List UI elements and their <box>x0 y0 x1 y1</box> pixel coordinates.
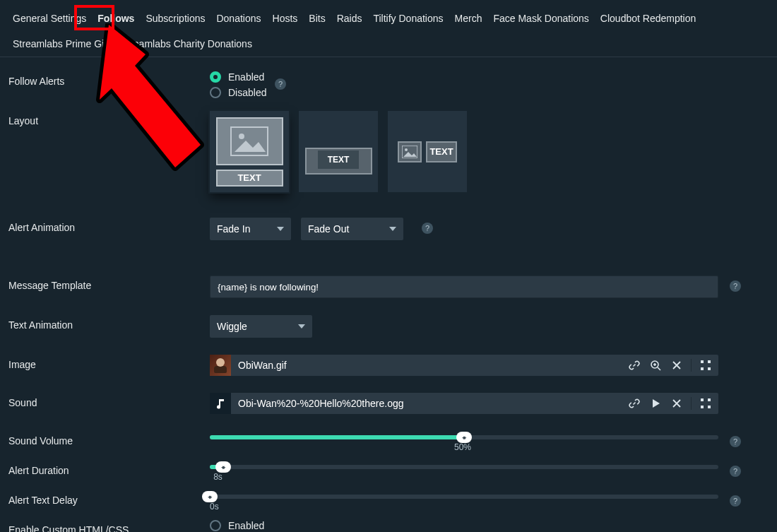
help-icon[interactable]: ? <box>730 495 741 507</box>
help-icon[interactable]: ? <box>730 280 741 292</box>
music-icon <box>210 393 231 414</box>
slider-value: 50% <box>454 442 718 452</box>
follow-alerts-enabled-radio[interactable]: Enabled <box>210 71 266 83</box>
play-icon[interactable] <box>648 396 663 410</box>
help-icon[interactable]: ? <box>730 436 741 447</box>
text-animation-select[interactable]: Wiggle <box>210 315 312 338</box>
chevron-down-icon <box>389 227 396 231</box>
slider-handle[interactable] <box>202 491 218 502</box>
select-value: Fade In <box>217 223 250 235</box>
slider-value: 8s <box>213 472 718 482</box>
tab-hosts[interactable]: Hosts <box>267 6 304 31</box>
link-icon[interactable] <box>627 358 641 372</box>
radio-label: Enabled <box>228 520 264 531</box>
svg-rect-14 <box>701 398 704 401</box>
image-thumbnail <box>210 355 231 376</box>
close-icon[interactable] <box>670 396 684 410</box>
select-value: Fade Out <box>308 223 349 235</box>
alert-text-delay-label: Alert Text Delay <box>8 490 210 512</box>
radio-label: Disabled <box>228 87 266 98</box>
alert-animation-in-select[interactable]: Fade In <box>210 218 291 240</box>
message-template-label: Message Template <box>8 276 210 298</box>
sound-filename: Obi-Wan%20-%20Hello%20there.ogg <box>238 398 620 409</box>
image-label: Image <box>8 355 210 376</box>
sound-label: Sound <box>8 393 210 414</box>
tab-subscriptions[interactable]: Subscriptions <box>140 6 210 31</box>
layout-option-image-above-text[interactable]: TEXT <box>210 111 289 192</box>
svg-rect-16 <box>701 406 704 408</box>
text-placeholder: TEXT <box>426 141 457 162</box>
slider-handle[interactable] <box>215 461 231 473</box>
sound-volume-label: Sound Volume <box>8 431 210 452</box>
follow-alerts-disabled-radio[interactable]: Disabled <box>210 87 266 98</box>
image-file-row: ObiWan.gif <box>210 355 718 376</box>
chevron-down-icon <box>277 227 284 231</box>
sound-file-row: Obi-Wan%20-%20Hello%20there.ogg <box>210 393 718 414</box>
help-icon[interactable]: ? <box>275 78 286 90</box>
alert-text-delay-slider[interactable] <box>210 495 718 499</box>
link-icon[interactable] <box>627 396 641 410</box>
tab-streamlabs-prime-gift[interactable]: Streamlabs Prime Gift <box>7 31 115 57</box>
svg-rect-10 <box>708 360 711 363</box>
layout-option-side-by-side[interactable]: TEXT <box>388 111 467 192</box>
tab-merch[interactable]: Merch <box>449 6 488 31</box>
help-icon[interactable]: ? <box>422 223 433 234</box>
svg-marker-7 <box>403 152 417 157</box>
svg-rect-15 <box>708 398 711 401</box>
layout-label: Layout <box>8 111 210 192</box>
help-icon[interactable]: ? <box>730 466 741 477</box>
tab-streamlabs-charity-donations[interactable]: Streamlabs Charity Donations <box>115 31 258 57</box>
svg-rect-17 <box>708 406 711 408</box>
close-icon[interactable] <box>670 358 684 372</box>
tab-donations[interactable]: Donations <box>210 6 266 31</box>
svg-rect-11 <box>701 367 704 370</box>
svg-marker-13 <box>653 399 660 408</box>
tab-face-mask-donations[interactable]: Face Mask Donations <box>487 6 594 31</box>
alert-animation-out-select[interactable]: Fade Out <box>301 218 403 240</box>
radio-label: Enabled <box>228 71 264 83</box>
sound-volume-slider[interactable] <box>210 435 718 439</box>
zoom-icon[interactable] <box>648 358 663 372</box>
svg-rect-12 <box>708 367 711 370</box>
tab-general-settings[interactable]: General Settings <box>7 6 92 31</box>
tab-raids[interactable]: Raids <box>331 6 368 31</box>
alert-duration-label: Alert Duration <box>8 461 210 482</box>
divider <box>691 359 692 372</box>
grip-icon[interactable] <box>699 358 713 372</box>
text-placeholder: TEXT <box>216 170 283 187</box>
divider <box>691 397 692 410</box>
image-placeholder-icon <box>398 141 422 162</box>
custom-html-enabled-radio[interactable]: Enabled <box>210 520 266 531</box>
chevron-down-icon <box>298 324 305 329</box>
message-template-input[interactable] <box>210 276 718 298</box>
follow-alerts-label: Follow Alerts <box>8 71 210 102</box>
text-placeholder: TEXT <box>318 150 359 169</box>
image-filename: ObiWan.gif <box>238 360 620 371</box>
slider-handle[interactable] <box>456 432 472 443</box>
custom-html-label: Enable Custom HTML/CSS <box>8 520 210 532</box>
select-value: Wiggle <box>217 321 247 332</box>
tab-tiltify-donations[interactable]: Tiltify Donations <box>367 6 449 31</box>
tab-follows[interactable]: Follows <box>92 6 140 31</box>
grip-icon[interactable] <box>699 396 713 410</box>
tabs-container: General SettingsFollowsSubscriptionsDona… <box>0 0 777 57</box>
tab-bits[interactable]: Bits <box>303 6 331 31</box>
slider-value: 0s <box>210 502 718 512</box>
svg-point-3 <box>239 134 244 139</box>
text-animation-label: Text Animation <box>8 315 210 338</box>
tab-cloudbot-redemption[interactable]: Cloudbot Redemption <box>595 6 701 31</box>
alert-duration-slider[interactable] <box>210 465 718 469</box>
svg-marker-4 <box>235 141 266 152</box>
layout-option-text-overlay[interactable]: TEXT <box>299 111 378 192</box>
svg-point-6 <box>405 148 408 151</box>
image-placeholder-icon <box>216 117 283 165</box>
settings-form: Follow Alerts Enabled Disabled ? Layout <box>0 57 777 532</box>
svg-rect-9 <box>701 360 704 363</box>
alert-animation-label: Alert Animation <box>8 218 210 240</box>
